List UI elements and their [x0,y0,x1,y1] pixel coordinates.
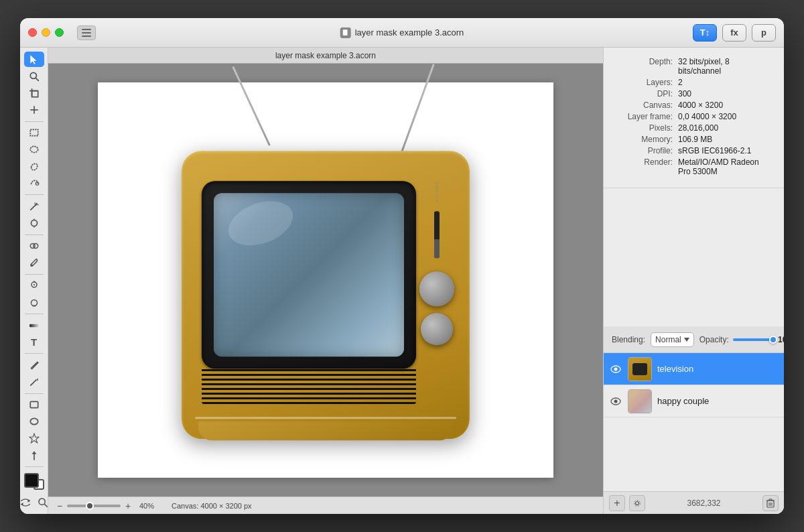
svg-point-49 [636,501,639,505]
eye-icon [610,397,621,405]
svg-point-42 [39,498,45,505]
tool-dodge[interactable] [24,278,44,293]
tool-crop[interactable] [24,85,44,101]
tool-arrow-shape[interactable] [24,448,44,463]
zoom-slider[interactable] [67,505,121,507]
dpi-value: 300 [678,89,773,98]
antenna-right [401,64,435,153]
svg-line-16 [30,206,35,210]
blending-label: Blending: [612,335,645,344]
svg-rect-31 [29,324,39,327]
maximize-button[interactable] [55,28,64,37]
tool-ellipse-shape[interactable] [24,414,44,429]
screen-glare [222,193,299,254]
add-layer-button[interactable]: + [609,495,625,511]
tool-rect-select[interactable] [24,125,44,141]
render-label: Render: [614,157,678,176]
tv-body: VOLUME [182,151,470,439]
tv-stand [198,421,453,440]
tool-pencil[interactable] [24,374,44,389]
right-panel: Depth: 32 bits/pixel, 8 bits/channel Lay… [603,48,784,514]
svg-marker-37 [29,434,39,444]
canvas-content: VOLUME [98,82,553,478]
layer-visibility-television[interactable] [609,362,622,376]
antenna-left [232,66,271,146]
layer-item-television[interactable]: television [604,353,784,385]
layer-settings-button[interactable] [629,495,645,511]
blending-mode-value: Normal [655,335,681,344]
svg-line-7 [36,78,39,81]
svg-point-20 [31,220,37,226]
layer-visibility-happy-couple[interactable] [609,395,622,408]
svg-point-25 [30,265,32,267]
tool-pen[interactable] [24,357,44,373]
zoom-plus-button[interactable]: + [123,501,133,511]
layer-thumb-happy-couple [628,389,652,413]
canvas-viewport[interactable]: VOLUME [48,64,603,496]
info-row-pixels: Pixels: 28,016,000 [614,123,773,133]
color-swatches [24,473,44,490]
foreground-color[interactable] [24,473,39,488]
blending-mode-select[interactable]: Normal [651,332,694,347]
tool-smart-select[interactable] [24,215,44,230]
svg-point-50 [634,500,641,506]
tool-zoom[interactable] [24,68,44,84]
tool-rotate[interactable] [24,103,44,118]
opacity-thumb [769,336,777,344]
info-row-profile: Profile: sRGB IEC61966-2.1 [614,146,773,155]
tv-screen [214,193,404,356]
zoom-minus-button[interactable]: − [55,501,64,511]
tool-rect-shape[interactable] [24,397,44,412]
svg-rect-2 [82,36,91,37]
canvas-area: layer mask example 3.acorn [48,48,603,514]
tool-text[interactable]: T [24,334,44,350]
tool-star-shape[interactable] [24,431,44,446]
fx-button[interactable]: fx [722,24,746,42]
zoom-value: 40% [139,502,154,510]
toolbar-divider-3 [25,235,44,235]
canvas-label: Canvas: [614,101,678,110]
tool-gradient[interactable] [24,318,44,333]
svg-rect-3 [343,29,348,36]
info-row-dpi: DPI: 300 [614,89,773,98]
tool-ellipse-select[interactable] [24,142,44,157]
titlebar-center: layer mask example 3.acorn [340,27,464,38]
delete-layer-button[interactable] [762,495,779,511]
transform-button[interactable]: T↕ [693,24,717,42]
zoom-thumb [86,502,94,510]
tool-zoom-small[interactable] [36,495,49,510]
knob-channel [419,272,454,307]
left-toolbar: T [20,48,48,514]
layers-panel: television happy couple [604,353,784,491]
plugin-button[interactable]: p [752,24,776,42]
svg-point-48 [614,399,618,403]
canvas-value: 4000 × 3200 [678,101,773,110]
tool-brush[interactable] [24,255,44,271]
tool-clone[interactable] [24,239,44,254]
render-value: Metal/IO/AMD Radeon Pro 5300M [678,157,773,176]
close-button[interactable] [28,28,37,37]
volume-track [434,212,440,259]
titlebar: layer mask example 3.acorn T↕ fx p [20,18,784,48]
memory-value: 106.9 MB [678,135,773,144]
tool-select[interactable] [24,52,44,67]
svg-rect-13 [30,130,38,136]
tv-white-line [195,417,456,419]
tool-lasso[interactable] [24,159,44,174]
layers-footer: + 3682,332 [604,491,784,514]
opacity-slider[interactable] [733,338,773,341]
tool-magic-wand[interactable] [24,198,44,214]
thumb-couple-body [628,390,651,413]
layer-item-happy-couple[interactable]: happy couple [604,385,784,417]
svg-marker-5 [30,55,36,64]
svg-point-6 [30,72,36,78]
tool-swap-colors[interactable] [20,495,33,510]
tool-magic-lasso[interactable] [24,176,44,191]
tv-image: VOLUME [182,132,470,440]
sidebar-toggle[interactable] [77,25,96,40]
pixels-label: Pixels: [614,123,678,133]
toolbar-divider-7 [25,393,44,394]
tool-burn[interactable] [24,295,44,310]
svg-rect-10 [31,91,38,97]
minimize-button[interactable] [42,28,50,37]
